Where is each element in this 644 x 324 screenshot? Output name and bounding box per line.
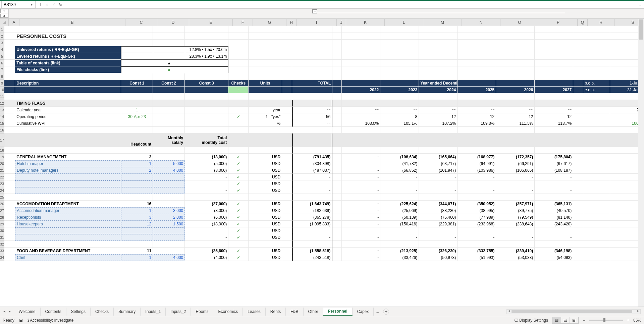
- cell[interactable]: 2023: [380, 87, 419, 93]
- row-header-5[interactable]: 5: [0, 53, 4, 60]
- cell[interactable]: [583, 107, 610, 113]
- row-header-7[interactable]: 7: [0, 66, 4, 73]
- cell[interactable]: (3,000): [185, 207, 228, 214]
- cell[interactable]: [4, 53, 15, 60]
- cell[interactable]: [185, 113, 228, 120]
- cell[interactable]: [153, 100, 185, 107]
- cell[interactable]: [153, 26, 185, 33]
- row-header-11[interactable]: 11: [0, 93, 4, 100]
- cell[interactable]: [228, 100, 249, 107]
- sheet-tab-settings[interactable]: Settings: [66, 308, 91, 316]
- cell[interactable]: [496, 147, 535, 154]
- cell[interactable]: [185, 147, 228, 154]
- cell[interactable]: [342, 100, 380, 107]
- cell[interactable]: [153, 33, 185, 40]
- cell[interactable]: [121, 174, 153, 180]
- cell[interactable]: [496, 133, 535, 147]
- cell[interactable]: [419, 127, 458, 133]
- cell[interactable]: [185, 66, 228, 73]
- row-header-9[interactable]: 9: [0, 80, 4, 87]
- cell[interactable]: USD: [249, 201, 282, 207]
- tabs-more[interactable]: ...: [374, 309, 381, 314]
- cell[interactable]: [380, 33, 419, 40]
- cell[interactable]: [496, 46, 535, 53]
- cell[interactable]: [583, 46, 610, 53]
- cell[interactable]: [4, 113, 15, 120]
- cell[interactable]: [249, 194, 282, 201]
- cell[interactable]: Unlevered returns (IRR•EqM•GR): [15, 46, 121, 53]
- cell[interactable]: [583, 241, 610, 248]
- cell[interactable]: [185, 93, 228, 100]
- col-header-P[interactable]: P: [539, 19, 578, 26]
- cell[interactable]: [228, 201, 249, 207]
- cell[interactable]: -: [342, 214, 380, 221]
- cell[interactable]: [292, 127, 332, 133]
- sheet-tab-rents[interactable]: Rents: [266, 308, 286, 316]
- cell[interactable]: [153, 154, 185, 160]
- sheet-tab-welcome[interactable]: Welcome: [14, 308, 41, 316]
- cell[interactable]: [535, 66, 573, 73]
- cell[interactable]: [185, 127, 228, 133]
- cell[interactable]: [419, 241, 458, 248]
- cell[interactable]: [332, 113, 342, 120]
- cell[interactable]: [228, 60, 249, 66]
- row-header-12[interactable]: 12: [0, 100, 4, 107]
- cell[interactable]: (791,435): [292, 154, 332, 160]
- cell[interactable]: -: [185, 234, 228, 241]
- cell[interactable]: [249, 53, 282, 60]
- cell[interactable]: [228, 241, 249, 248]
- cell[interactable]: [458, 46, 496, 53]
- cell[interactable]: (40,570): [535, 207, 573, 214]
- zoom-slider[interactable]: [589, 320, 623, 321]
- cell[interactable]: [249, 100, 282, 107]
- cell[interactable]: 2025: [458, 87, 496, 93]
- cell[interactable]: [342, 93, 380, 100]
- cell[interactable]: [380, 147, 419, 154]
- cell[interactable]: (51,993): [458, 254, 496, 261]
- cell[interactable]: 12: [121, 221, 153, 227]
- row-header-18[interactable]: 18: [0, 147, 4, 154]
- cell[interactable]: [380, 73, 419, 80]
- cell[interactable]: -: [342, 227, 380, 234]
- zoom-in-button[interactable]: +: [627, 318, 629, 323]
- cell[interactable]: [292, 133, 332, 147]
- zoom-level[interactable]: 85%: [633, 318, 641, 323]
- cell[interactable]: (1,558,518): [292, 248, 332, 254]
- sheet-tab-contents[interactable]: Contents: [41, 308, 66, 316]
- cell[interactable]: [153, 113, 185, 120]
- cell[interactable]: [185, 241, 228, 248]
- cell[interactable]: [535, 33, 573, 40]
- row-header-13[interactable]: 13: [0, 107, 4, 113]
- cell[interactable]: [342, 60, 380, 66]
- row-header-27[interactable]: 27: [0, 207, 4, 214]
- cell[interactable]: [332, 167, 342, 174]
- cell[interactable]: [583, 73, 610, 80]
- col-header-H[interactable]: H: [286, 19, 297, 26]
- cell[interactable]: [121, 120, 153, 127]
- cell[interactable]: [4, 201, 15, 207]
- cell[interactable]: [292, 241, 332, 248]
- accessibility-status[interactable]: ℹ Accessibility: Investigate: [28, 318, 74, 323]
- cell[interactable]: [282, 133, 292, 147]
- cell[interactable]: [573, 40, 583, 46]
- cell[interactable]: USD: [249, 154, 282, 160]
- cell[interactable]: [419, 60, 458, 66]
- cell[interactable]: [249, 73, 282, 80]
- cell[interactable]: [15, 194, 121, 201]
- cell[interactable]: [573, 194, 583, 201]
- cell[interactable]: [458, 66, 496, 73]
- cell[interactable]: [573, 93, 583, 100]
- cell[interactable]: [535, 93, 573, 100]
- cell[interactable]: [153, 187, 185, 194]
- cell[interactable]: [4, 147, 15, 154]
- cell[interactable]: 2,000: [153, 214, 185, 221]
- row-header-34[interactable]: 34: [0, 254, 4, 261]
- cell[interactable]: [228, 133, 249, 147]
- cell[interactable]: (67,617): [535, 160, 573, 167]
- cell[interactable]: FOOD AND BEVERAGE DEPARTMENT: [15, 248, 121, 254]
- cell[interactable]: [121, 40, 153, 46]
- cell[interactable]: [380, 40, 419, 46]
- cell[interactable]: [583, 53, 610, 60]
- cell[interactable]: [458, 241, 496, 248]
- cell[interactable]: [458, 73, 496, 80]
